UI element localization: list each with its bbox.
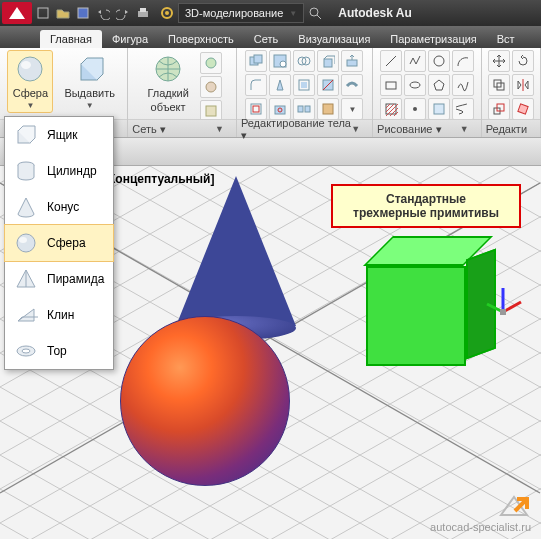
svg-point-37: [410, 82, 420, 88]
qat-open-icon[interactable]: [54, 4, 72, 22]
panel-draw-title[interactable]: Рисование ▾▼: [373, 119, 481, 137]
dropdown-item-torus[interactable]: Тор: [5, 333, 113, 369]
app-menu-button[interactable]: [2, 2, 32, 24]
wedge-icon: [13, 302, 39, 328]
arc-button[interactable]: [452, 50, 474, 72]
rotate-button[interactable]: [512, 50, 534, 72]
panel-mesh: Гладкий объект Сеть ▾▼: [128, 48, 237, 137]
copy-button[interactable]: [488, 74, 510, 96]
polyline-button[interactable]: [404, 50, 426, 72]
dropdown-item-wedge[interactable]: Клин: [5, 297, 113, 333]
workspace-dropdown[interactable]: 3D-моделирование ▼: [178, 3, 304, 23]
svg-rect-3: [140, 8, 146, 12]
mesh-more-button[interactable]: [200, 52, 222, 74]
slice-button[interactable]: [317, 74, 339, 96]
chevron-down-icon: ▼: [26, 101, 34, 110]
tab-figure[interactable]: Фигура: [102, 30, 158, 48]
sphere-split-button[interactable]: Сфера ▼: [7, 50, 53, 113]
qat-redo-icon[interactable]: [114, 4, 132, 22]
extrude-button[interactable]: Выдавить ▼: [59, 50, 120, 113]
svg-rect-32: [305, 106, 310, 112]
svg-point-6: [310, 8, 318, 16]
svg-point-58: [22, 349, 30, 353]
tab-parametrization[interactable]: Параметризация: [380, 30, 486, 48]
sphere-primitive[interactable]: [120, 316, 290, 486]
tab-surface[interactable]: Поверхность: [158, 30, 244, 48]
line-button[interactable]: [380, 50, 402, 72]
mirror-button[interactable]: [512, 74, 534, 96]
watermark-logo-icon: [497, 493, 531, 519]
cone-primitive[interactable]: [176, 176, 296, 326]
move-button[interactable]: [488, 50, 510, 72]
spline-button[interactable]: [452, 74, 474, 96]
watermark: autocad-specialist.ru: [430, 493, 531, 533]
qat-save-icon[interactable]: [74, 4, 92, 22]
cylinder-icon: [13, 158, 39, 184]
dropdown-item-pyramid[interactable]: Пирамида: [5, 261, 113, 297]
helix-button[interactable]: [452, 98, 474, 120]
extrude-label: Выдавить: [64, 87, 115, 99]
intersect-button[interactable]: [293, 50, 315, 72]
title-bar: 3D-моделирование ▼ Autodesk Au: [0, 0, 541, 26]
svg-rect-1: [78, 8, 88, 18]
subtract-button[interactable]: [269, 50, 291, 72]
dropdown-label: Сфера: [47, 236, 86, 250]
thicken-button[interactable]: [341, 74, 363, 96]
smooth-object-button[interactable]: Гладкий объект: [142, 50, 193, 116]
svg-rect-33: [323, 104, 333, 114]
fillet-edge-button[interactable]: [245, 74, 267, 96]
dropdown-label: Цилиндр: [47, 164, 97, 178]
svg-rect-0: [38, 8, 48, 18]
dropdown-item-sphere[interactable]: Сфера: [4, 224, 114, 262]
extrude-icon: [72, 53, 108, 85]
sphere-icon: [12, 53, 48, 85]
svg-point-54: [17, 234, 35, 252]
extrude-face-button[interactable]: [317, 50, 339, 72]
qat-print-icon[interactable]: [134, 4, 152, 22]
box-icon: [13, 122, 39, 148]
svg-rect-40: [434, 104, 444, 114]
tab-insert[interactable]: Вст: [487, 30, 525, 48]
svg-rect-16: [254, 55, 262, 63]
polygon-button[interactable]: [428, 74, 450, 96]
dropdown-item-cylinder[interactable]: Цилиндр: [5, 153, 113, 189]
point-button[interactable]: [404, 98, 426, 120]
qat-search-icon[interactable]: [306, 4, 324, 22]
panel-modify-title[interactable]: Редакти: [482, 119, 540, 137]
hatch-button[interactable]: [380, 98, 402, 120]
svg-point-8: [18, 57, 42, 81]
qat-undo-icon[interactable]: [94, 4, 112, 22]
svg-point-9: [21, 61, 31, 69]
tab-visualization[interactable]: Визуализация: [288, 30, 380, 48]
qat-new-icon[interactable]: [34, 4, 52, 22]
panel-mesh-title[interactable]: Сеть ▾▼: [128, 119, 236, 137]
tab-mesh[interactable]: Сеть: [244, 30, 288, 48]
box-primitive[interactable]: [366, 236, 496, 366]
circle-button[interactable]: [428, 50, 450, 72]
region-button[interactable]: [428, 98, 450, 120]
ucs-gizmo-icon[interactable]: [483, 284, 523, 324]
scale-button[interactable]: [488, 98, 510, 120]
workspace-gear-icon[interactable]: [158, 4, 176, 22]
union-button[interactable]: [245, 50, 267, 72]
erase-button[interactable]: [512, 98, 534, 120]
svg-point-18: [280, 61, 286, 67]
torus-icon: [13, 338, 39, 364]
svg-point-39: [413, 107, 417, 111]
presspull-button[interactable]: [341, 50, 363, 72]
annotation-callout: Стандартные трехмерные примитивы: [331, 184, 521, 228]
svg-rect-24: [301, 82, 307, 88]
taper-face-button[interactable]: [269, 74, 291, 96]
dropdown-item-box[interactable]: Ящик: [5, 117, 113, 153]
mesh-less-button[interactable]: [200, 76, 222, 98]
ribbon-tabs: Главная Фигура Поверхность Сеть Визуализ…: [0, 26, 541, 48]
solid-edit-grid: ▼: [245, 50, 363, 120]
shell-button[interactable]: [293, 74, 315, 96]
rectangle-button[interactable]: [380, 74, 402, 96]
svg-point-12: [206, 58, 216, 68]
panel-edit-title[interactable]: Редактирование тела ▾▼: [237, 119, 372, 137]
ellipse-button[interactable]: [404, 74, 426, 96]
dropdown-item-cone[interactable]: Конус: [5, 189, 113, 225]
chevron-down-icon: ▼: [289, 9, 297, 18]
tab-home[interactable]: Главная: [40, 30, 102, 48]
